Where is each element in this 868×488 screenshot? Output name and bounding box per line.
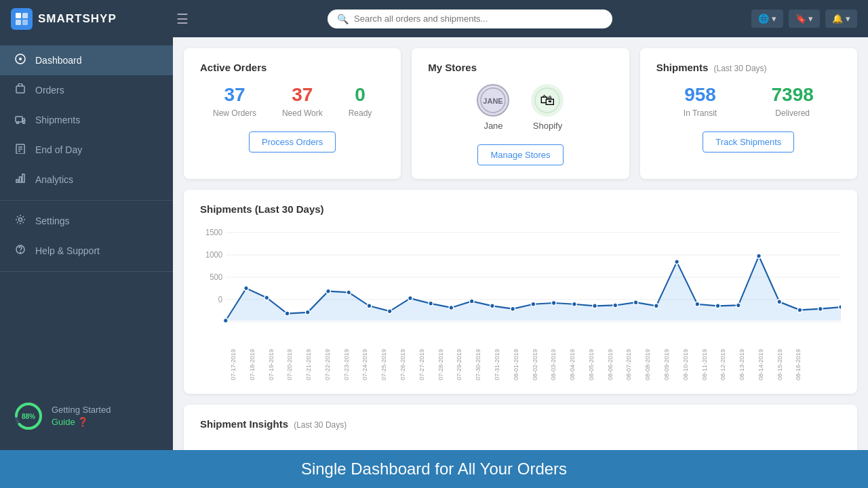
sidebar-item-orders[interactable]: Orders — [0, 75, 173, 105]
sidebar-item-label: Help & Support — [35, 245, 100, 256]
manage-stores-button[interactable]: Manage Stores — [477, 144, 563, 165]
in-transit-stat: 958 In Transit — [684, 84, 717, 118]
sidebar-item-label: Analytics — [35, 174, 73, 185]
hamburger-icon[interactable]: ☰ — [176, 11, 189, 27]
svg-rect-14 — [16, 180, 18, 182]
search-input[interactable] — [354, 14, 603, 24]
x-label: 08-14-2019 — [757, 349, 776, 380]
new-orders-value: 37 — [213, 84, 256, 106]
orders-icon — [14, 83, 27, 97]
svg-point-64 — [818, 306, 823, 311]
progress-circle: 88% — [14, 401, 43, 431]
search-bar: 🔍 — [328, 9, 612, 28]
ready-label: Ready — [349, 108, 372, 118]
svg-point-48 — [490, 304, 495, 308]
delivered-label: Delivered — [772, 108, 814, 118]
ready-value: 0 — [349, 84, 372, 106]
sidebar-item-dashboard[interactable]: Dashboard — [0, 45, 173, 75]
svg-point-54 — [613, 303, 618, 308]
svg-point-47 — [469, 299, 474, 304]
topbar-center: 🔍 — [197, 9, 743, 28]
svg-rect-16 — [22, 174, 24, 182]
svg-point-60 — [736, 303, 741, 308]
logo-icon — [11, 8, 33, 30]
svg-rect-15 — [20, 177, 22, 182]
x-label: 07-24-2019 — [361, 349, 380, 380]
svg-point-19 — [20, 252, 21, 253]
svg-rect-3 — [22, 20, 28, 25]
x-label: 07-18-2019 — [249, 349, 268, 380]
svg-point-38 — [285, 311, 290, 316]
ready-stat: 0 Ready — [349, 84, 372, 118]
stores-area: JANE Jane 🛍 Shopify — [428, 84, 612, 131]
svg-point-55 — [633, 300, 638, 305]
svg-text:JANE: JANE — [484, 97, 503, 105]
svg-point-9 — [23, 122, 25, 124]
svg-rect-2 — [16, 20, 21, 25]
sidebar: Dashboard Orders Shipments End of Day An… — [0, 37, 173, 450]
x-label: 07-30-2019 — [475, 349, 494, 380]
need-work-label: Need Work — [282, 108, 323, 118]
x-label: 07-17-2019 — [230, 349, 249, 380]
x-label: 08-01-2019 — [513, 349, 532, 380]
footer-text: Single Dashboard for All Your Orders — [301, 460, 567, 478]
sidebar-item-label: Orders — [35, 85, 64, 96]
delivered-value: 7398 — [772, 84, 814, 106]
bell-button[interactable]: 🔔 ▾ — [825, 9, 857, 28]
svg-rect-1 — [22, 13, 28, 18]
globe-button[interactable]: 🌐 ▾ — [751, 9, 783, 28]
in-transit-value: 958 — [684, 84, 717, 106]
shipments-stats: 958 In Transit 7398 Delivered — [656, 84, 841, 118]
shopify-avatar: 🛍 — [531, 84, 564, 117]
store-shopify: 🛍 Shopify — [531, 84, 564, 131]
x-label: 07-29-2019 — [456, 349, 475, 380]
help-icon — [14, 244, 27, 258]
active-orders-card: Active Orders 37 New Orders 37 Need Work… — [184, 48, 401, 179]
end-of-day-icon — [14, 143, 27, 157]
svg-point-59 — [715, 304, 720, 308]
shipments-card-subtitle: (Last 30 Days) — [714, 64, 767, 73]
svg-point-61 — [757, 253, 762, 258]
svg-point-49 — [511, 306, 515, 311]
insights-card: Shipment Insights (Last 30 Days) — [184, 405, 857, 450]
svg-point-63 — [797, 308, 802, 312]
sidebar-item-analytics[interactable]: Analytics — [0, 165, 173, 195]
x-label: 07-26-2019 — [399, 349, 418, 380]
process-orders-button[interactable]: Process Orders — [249, 131, 336, 152]
x-label: 08-05-2019 — [588, 349, 607, 380]
main-content: Active Orders 37 New Orders 37 Need Work… — [173, 37, 868, 450]
x-label: 07-25-2019 — [380, 349, 399, 380]
svg-point-40 — [326, 289, 331, 293]
x-label: 08-12-2019 — [719, 349, 738, 380]
new-orders-stat: 37 New Orders — [213, 84, 256, 118]
shipments-chart: 1500 1000 500 0 — [200, 226, 841, 348]
x-label: 08-02-2019 — [532, 349, 551, 380]
sidebar-item-settings[interactable]: Settings — [0, 206, 173, 236]
delivered-stat: 7398 Delivered — [772, 84, 814, 118]
in-transit-label: In Transit — [684, 108, 717, 118]
my-stores-card: My Stores JANE Jane 🛍 — [412, 48, 629, 179]
svg-point-50 — [531, 302, 536, 306]
track-shipments-button[interactable]: Track Shipments — [703, 131, 794, 152]
svg-point-62 — [777, 300, 782, 304]
insights-title: Shipment Insights (Last 30 Days) — [200, 418, 841, 430]
nav-divider-2 — [0, 271, 173, 272]
x-label: 08-08-2019 — [644, 349, 663, 380]
active-orders-title: Active Orders — [200, 62, 384, 73]
sidebar-item-help[interactable]: Help & Support — [0, 236, 173, 266]
sidebar-item-end-of-day[interactable]: End of Day — [0, 135, 173, 165]
svg-point-43 — [387, 309, 392, 314]
svg-text:1500: 1500 — [205, 228, 223, 237]
x-label: 08-15-2019 — [776, 349, 795, 380]
bookmark-button[interactable]: 🔖 ▾ — [789, 9, 821, 28]
svg-point-57 — [675, 260, 679, 264]
app-name: SMARTSHYP — [38, 12, 117, 26]
svg-text:0: 0 — [218, 295, 223, 304]
sidebar-item-shipments[interactable]: Shipments — [0, 105, 173, 135]
svg-point-8 — [17, 122, 19, 124]
svg-point-46 — [449, 305, 454, 310]
chart-card: Shipments (Last 30 Days) 1500 1000 500 0 — [184, 190, 857, 394]
getting-started-button[interactable]: 88% Getting Started Guide ❓ — [14, 401, 159, 431]
svg-point-56 — [654, 304, 659, 308]
sidebar-item-label: End of Day — [35, 144, 82, 155]
